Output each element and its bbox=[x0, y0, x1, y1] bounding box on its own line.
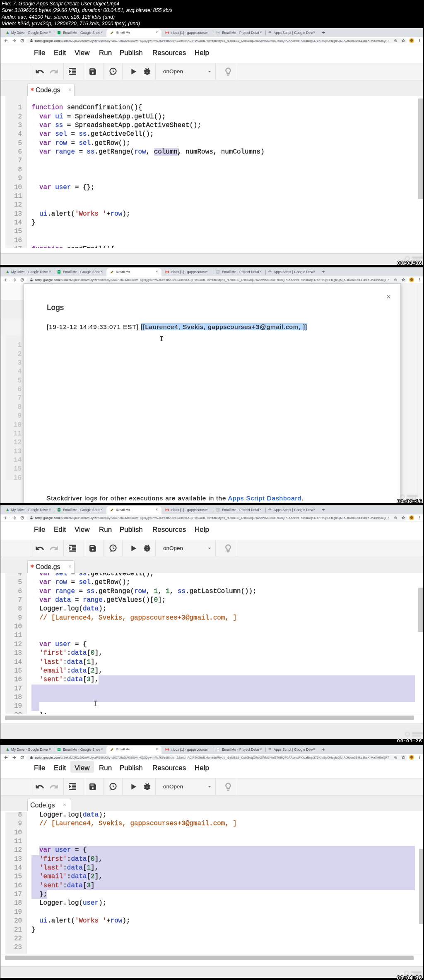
svg-text:00:04:36: 00:04:36 bbox=[397, 975, 422, 980]
svg-text:00:01:06: 00:01:06 bbox=[397, 260, 422, 265]
svg-text:00:03:26: 00:03:26 bbox=[397, 738, 422, 742]
svg-text:00:02:16: 00:02:16 bbox=[397, 499, 422, 504]
